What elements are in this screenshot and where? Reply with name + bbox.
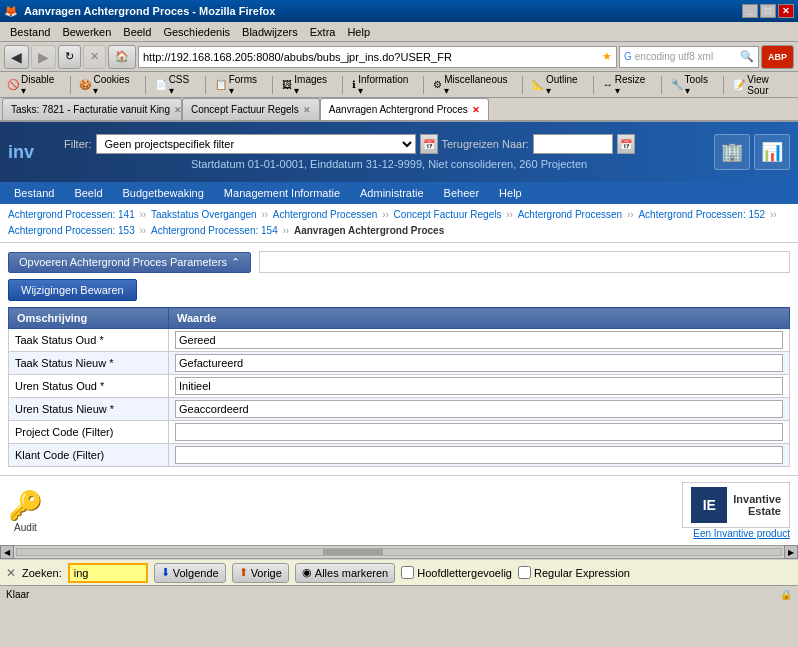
value-cell-uren-status-nieuw bbox=[169, 398, 790, 421]
menu-help[interactable]: Help bbox=[341, 24, 376, 40]
filter-calendar-btn[interactable]: 📅 bbox=[420, 134, 438, 154]
menu-geschiedenis[interactable]: Geschiedenis bbox=[157, 24, 236, 40]
breadcrumb-link-5[interactable]: Achtergrond Processen bbox=[518, 209, 623, 220]
menu-beeld[interactable]: Beeld bbox=[117, 24, 157, 40]
breadcrumb-link-6[interactable]: Achtergrond Processen: 152 bbox=[638, 209, 765, 220]
filter-select[interactable]: Geen projectspecifiek filter bbox=[96, 134, 416, 154]
tb-sep5 bbox=[342, 76, 343, 94]
brand-tagline[interactable]: Een Invantive product bbox=[682, 528, 790, 539]
breadcrumb-link-3[interactable]: Achtergrond Processen bbox=[273, 209, 378, 220]
app-menu-management[interactable]: Management Informatie bbox=[214, 185, 350, 201]
tb-viewsource[interactable]: 📝View Sour bbox=[730, 74, 794, 96]
tb-sep7 bbox=[522, 76, 523, 94]
breadcrumb-link-1[interactable]: Achtergrond Processen: 141 bbox=[8, 209, 135, 220]
tab-concept-label: Concept Factuur Regels bbox=[191, 104, 299, 115]
home-button[interactable]: 🏠 bbox=[108, 45, 136, 69]
regex-checkbox[interactable] bbox=[518, 566, 531, 579]
case-sensitive-checkbox[interactable] bbox=[401, 566, 414, 579]
tb-css[interactable]: 📄CSS ▾ bbox=[152, 74, 199, 96]
tb-misc[interactable]: ⚙Miscellaneous ▾ bbox=[430, 74, 516, 96]
tb-images[interactable]: 🖼Images ▾ bbox=[279, 74, 336, 96]
back-button[interactable]: ◀ bbox=[4, 45, 29, 69]
forward-button[interactable]: ▶ bbox=[31, 45, 56, 69]
tab-aanvragen[interactable]: Aanvragen Achtergrond Proces ✕ bbox=[320, 98, 489, 120]
tb-tools[interactable]: 🔧Tools ▾ bbox=[668, 74, 718, 96]
field-project-code[interactable] bbox=[175, 423, 783, 441]
menu-extra[interactable]: Extra bbox=[304, 24, 342, 40]
tb-sep8 bbox=[593, 76, 594, 94]
header-icon-2[interactable]: 📊 bbox=[754, 134, 790, 170]
table-row: Klant Code (Filter) bbox=[9, 444, 790, 467]
params-table: Omschrijving Waarde Taak Status Oud *Taa… bbox=[8, 307, 790, 467]
tab-tasks-label: Tasks: 7821 - Facturatie vanuit King bbox=[11, 104, 170, 115]
tb-cookies[interactable]: 🍪Cookies ▾ bbox=[76, 74, 138, 96]
app-menu-budgetbewaking[interactable]: Budgetbewaking bbox=[113, 185, 214, 201]
scroll-thumb[interactable] bbox=[323, 549, 383, 555]
app-menu-administratie[interactable]: Administratie bbox=[350, 185, 434, 201]
field-uren-status-oud[interactable] bbox=[175, 377, 783, 395]
breadcrumb-link-8[interactable]: Achtergrond Processen: 154 bbox=[151, 225, 278, 236]
info-row: Startdatum 01-01-0001, Einddatum 31-12-9… bbox=[64, 158, 714, 170]
reload-button[interactable]: ↻ bbox=[58, 45, 81, 69]
find-mark-btn[interactable]: ◉ Alles markeren bbox=[295, 563, 395, 583]
minimize-button[interactable]: _ bbox=[742, 4, 758, 18]
breadcrumb-link-4[interactable]: Concept Factuur Regels bbox=[394, 209, 502, 220]
breadcrumb-sep-7: ›› bbox=[140, 225, 149, 236]
tab-aanvragen-close[interactable]: ✕ bbox=[472, 105, 480, 115]
browser-icon: 🦊 bbox=[4, 5, 18, 18]
menu-bladwijzers[interactable]: Bladwijzers bbox=[236, 24, 304, 40]
star-icon[interactable]: ★ bbox=[602, 50, 612, 63]
close-button[interactable]: ✕ bbox=[778, 4, 794, 18]
app-menu-beheer[interactable]: Beheer bbox=[434, 185, 489, 201]
brand-box[interactable]: IE Invantive Estate bbox=[682, 482, 790, 528]
breadcrumb-sep-1: ›› bbox=[140, 209, 149, 220]
header-icon-1[interactable]: 🏢 bbox=[714, 134, 750, 170]
field-taak-status-nieuw[interactable] bbox=[175, 354, 783, 372]
find-prev-btn[interactable]: ⬆ Vorige bbox=[232, 563, 289, 583]
scroll-left-btn[interactable]: ◀ bbox=[0, 545, 14, 559]
browser-search-box[interactable]: G encoding utf8 xml 🔍 bbox=[619, 46, 759, 68]
tab-tasks-close[interactable]: ✕ bbox=[174, 105, 182, 115]
save-button[interactable]: Wijzigingen Bewaren bbox=[8, 279, 137, 301]
field-klant-code[interactable] bbox=[175, 446, 783, 464]
label-klant-code: Klant Code (Filter) bbox=[9, 444, 169, 467]
find-close-btn[interactable]: ✕ bbox=[6, 566, 16, 580]
app-menu-bestand[interactable]: Bestand bbox=[4, 185, 64, 201]
address-bar[interactable]: http://192.168.168.205:8080/abubs/bubs_j… bbox=[138, 46, 617, 68]
maximize-button[interactable]: □ bbox=[760, 4, 776, 18]
search-icon[interactable]: 🔍 bbox=[740, 50, 754, 63]
field-taak-status-oud[interactable] bbox=[175, 331, 783, 349]
menu-bestand[interactable]: Bestand bbox=[4, 24, 56, 40]
breadcrumb-link-7[interactable]: Achtergrond Processen: 153 bbox=[8, 225, 135, 236]
tb-sep2 bbox=[145, 76, 146, 94]
tab-concept-close[interactable]: ✕ bbox=[303, 105, 311, 115]
case-sensitive-label[interactable]: Hoofdlettergevoelig bbox=[401, 566, 512, 579]
app-menu-beeld[interactable]: Beeld bbox=[64, 185, 112, 201]
stop-button[interactable]: ✕ bbox=[83, 45, 106, 69]
tb-disable[interactable]: 🚫Disable ▾ bbox=[4, 74, 64, 96]
breadcrumb-link-2[interactable]: Taakstatus Overgangen bbox=[151, 209, 257, 220]
regex-label[interactable]: Regular Expression bbox=[518, 566, 630, 579]
menu-bewerken[interactable]: Bewerken bbox=[56, 24, 117, 40]
scroll-track[interactable] bbox=[16, 548, 782, 556]
app-menu-help[interactable]: Help bbox=[489, 185, 532, 201]
tab-tasks[interactable]: Tasks: 7821 - Facturatie vanuit King ✕ bbox=[2, 98, 182, 120]
value-cell-taak-status-nieuw bbox=[169, 352, 790, 375]
adblock-button[interactable]: ABP bbox=[761, 45, 794, 69]
audit-icon[interactable]: 🔑 bbox=[8, 489, 43, 522]
tb-resize[interactable]: ↔Resize ▾ bbox=[600, 74, 655, 96]
find-next-btn[interactable]: ⬇ Volgende bbox=[154, 563, 226, 583]
teruggreizen-input[interactable] bbox=[533, 134, 613, 154]
field-uren-status-nieuw[interactable] bbox=[175, 400, 783, 418]
scroll-right-btn[interactable]: ▶ bbox=[784, 545, 798, 559]
section-collapse-btn[interactable]: Opvoeren Achtergrond Proces Parameters ⌃ bbox=[8, 252, 251, 273]
find-input[interactable] bbox=[68, 563, 148, 583]
tab-concept[interactable]: Concept Factuur Regels ✕ bbox=[182, 98, 320, 120]
tb-outline[interactable]: 📐Outline ▾ bbox=[529, 74, 587, 96]
table-row: Project Code (Filter) bbox=[9, 421, 790, 444]
tb-information[interactable]: ℹInformation ▾ bbox=[349, 74, 417, 96]
tb-forms[interactable]: 📋Forms ▾ bbox=[212, 74, 267, 96]
teruggreizen-calendar-btn[interactable]: 📅 bbox=[617, 134, 635, 154]
value-cell-klant-code bbox=[169, 444, 790, 467]
breadcrumb-sep-8: ›› bbox=[283, 225, 292, 236]
